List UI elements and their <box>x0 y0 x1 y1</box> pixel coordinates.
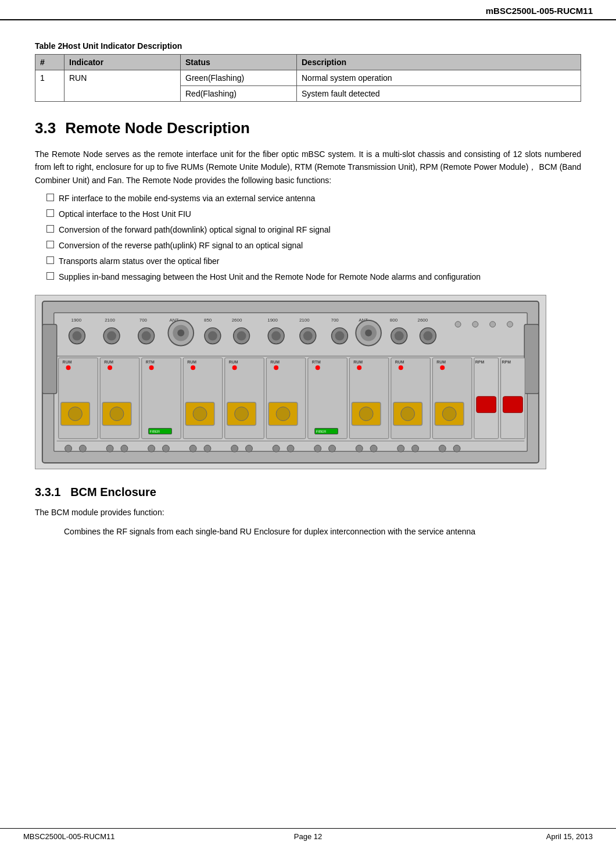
svg-point-89 <box>399 365 403 370</box>
list-item-text: Optical interface to the Host Unit FIU <box>59 208 191 220</box>
svg-point-110 <box>189 445 196 452</box>
svg-rect-3 <box>524 324 539 394</box>
indicator-table: # Indicator Status Description 1 RUN Gre… <box>35 54 581 102</box>
svg-point-114 <box>273 445 280 452</box>
list-item: Transports alarm status over the optical… <box>46 255 581 268</box>
section-331-indented: Combines the RF signals from each single… <box>64 525 581 538</box>
svg-text:RTM: RTM <box>312 360 321 364</box>
svg-text:RTM: RTM <box>146 360 155 364</box>
svg-text:RUM: RUM <box>270 360 280 364</box>
cell-desc-fault: System fault detected <box>297 86 581 102</box>
cell-status-green: Green(Flashing) <box>181 70 297 86</box>
list-item-text: Conversion of the forward path(downlink)… <box>59 224 331 236</box>
page-footer: MBSC2500L-005-RUCM11 Page 12 April 15, 2… <box>0 828 616 844</box>
svg-point-56 <box>110 407 124 421</box>
svg-rect-52 <box>100 358 139 438</box>
list-item-text: Supplies in-band messaging between the H… <box>59 271 481 283</box>
svg-point-111 <box>204 445 211 452</box>
svg-point-74 <box>274 365 278 370</box>
svg-text:RPM: RPM <box>502 360 511 364</box>
table-header-row: # Indicator Status Description <box>35 55 581 70</box>
list-item: Conversion of the forward path(downlink)… <box>46 224 581 236</box>
table-caption: Table 2Host Unit Indicator Description <box>35 41 581 51</box>
cell-num: 1 <box>35 70 65 102</box>
svg-point-25 <box>271 331 281 341</box>
col-header-status: Status <box>181 55 297 70</box>
svg-point-91 <box>401 407 415 421</box>
svg-text:850: 850 <box>204 318 212 323</box>
bullet-icon <box>46 194 54 201</box>
svg-point-86 <box>359 407 373 421</box>
svg-point-59 <box>149 365 154 370</box>
section-331-body: The BCM module provides function: <box>35 506 581 519</box>
svg-rect-87 <box>391 358 431 438</box>
svg-rect-67 <box>225 358 264 438</box>
bullet-icon <box>46 241 54 248</box>
svg-point-76 <box>276 407 290 421</box>
svg-point-51 <box>69 407 83 421</box>
svg-rect-82 <box>349 358 389 438</box>
bullet-icon <box>46 209 54 217</box>
svg-text:FIBER: FIBER <box>150 430 160 434</box>
svg-point-94 <box>440 365 445 370</box>
bullet-icon <box>46 225 54 233</box>
svg-point-41 <box>423 331 432 341</box>
svg-point-9 <box>107 331 116 341</box>
svg-point-69 <box>232 365 237 370</box>
svg-point-44 <box>490 322 496 327</box>
svg-point-120 <box>397 445 404 452</box>
svg-point-42 <box>455 322 461 327</box>
svg-point-104 <box>65 445 72 452</box>
svg-text:2100: 2100 <box>105 318 115 323</box>
col-header-num: # <box>35 55 65 70</box>
list-item: RF interface to the mobile end-systems v… <box>46 192 581 205</box>
svg-point-105 <box>79 445 86 452</box>
svg-text:2600: 2600 <box>232 318 242 323</box>
col-header-description: Description <box>297 55 581 70</box>
svg-point-54 <box>108 365 112 370</box>
svg-text:FIBER: FIBER <box>316 430 327 434</box>
svg-text:RUM: RUM <box>63 360 72 364</box>
svg-point-66 <box>193 407 207 421</box>
section-331-num: 3.3.1 <box>35 486 60 498</box>
device-svg: 1900 2100 700 ANT 850 2600 <box>35 295 546 469</box>
footer-right: April 15, 2013 <box>546 832 593 841</box>
svg-point-121 <box>412 445 419 452</box>
svg-point-112 <box>231 445 238 452</box>
svg-text:700: 700 <box>139 318 148 323</box>
cell-indicator: RUN <box>65 70 181 102</box>
footer-left: MBSC2500L-005-RUCM11 <box>23 832 115 841</box>
svg-text:RUM: RUM <box>187 360 196 364</box>
svg-point-117 <box>329 445 336 452</box>
svg-point-84 <box>357 365 361 370</box>
svg-point-22 <box>237 331 246 341</box>
col-header-indicator: Indicator <box>65 55 181 70</box>
svg-text:RUM: RUM <box>229 360 238 364</box>
svg-text:RUM: RUM <box>353 360 363 364</box>
table-section: Table 2Host Unit Indicator Description #… <box>35 41 581 102</box>
svg-point-49 <box>66 365 71 370</box>
svg-rect-92 <box>432 358 472 438</box>
svg-rect-99 <box>477 397 496 413</box>
svg-rect-57 <box>142 358 181 438</box>
svg-point-109 <box>162 445 169 452</box>
svg-point-45 <box>507 322 513 327</box>
svg-point-12 <box>142 331 151 341</box>
bullet-list: RF interface to the mobile end-systems v… <box>46 192 581 283</box>
list-item-text: RF interface to the mobile end-systems v… <box>59 192 315 205</box>
bullet-icon <box>46 272 54 280</box>
svg-rect-47 <box>59 358 98 438</box>
svg-point-38 <box>395 331 404 341</box>
page-header: mBSC2500L-005-RUCM11 <box>0 0 616 20</box>
svg-point-107 <box>121 445 128 452</box>
svg-point-19 <box>208 331 217 341</box>
list-item: Optical interface to the Host Unit FIU <box>46 208 581 220</box>
svg-text:RUM: RUM <box>104 360 113 364</box>
svg-rect-72 <box>266 358 306 438</box>
svg-rect-62 <box>183 358 223 438</box>
svg-point-6 <box>73 331 82 341</box>
svg-point-119 <box>370 445 377 452</box>
list-item: Supplies in-band messaging between the H… <box>46 271 581 283</box>
section-33-heading: 3.3 Remote Node Description <box>35 119 581 137</box>
svg-text:RUM: RUM <box>395 360 404 364</box>
